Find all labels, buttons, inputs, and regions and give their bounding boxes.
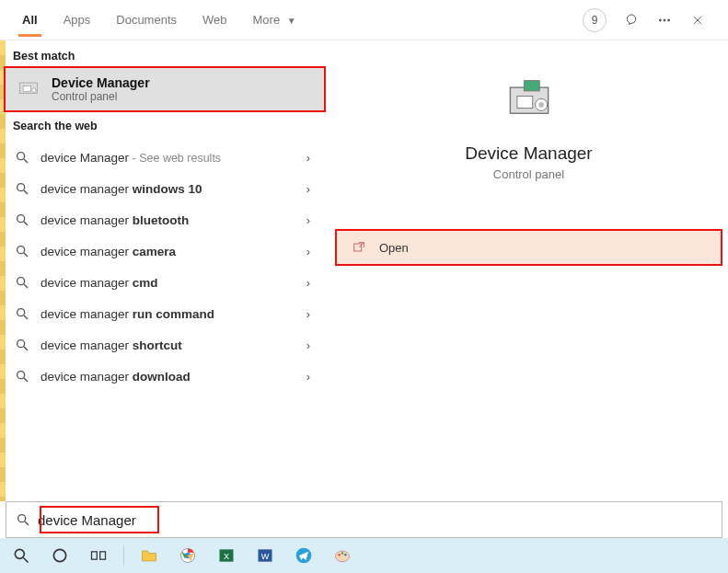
- web-result-item[interactable]: device manager shortcut›: [0, 329, 329, 361]
- chevron-right-icon: ›: [302, 276, 315, 290]
- svg-point-7: [32, 88, 37, 93]
- search-icon: [15, 212, 29, 227]
- svg-point-22: [17, 372, 25, 379]
- taskbar-telegram-icon[interactable]: [288, 542, 319, 569]
- svg-point-28: [538, 102, 544, 108]
- search-icon: [15, 244, 29, 258]
- svg-rect-6: [23, 86, 30, 92]
- detail-panel: Device Manager Control panel Open: [329, 40, 728, 501]
- svg-line-23: [24, 378, 28, 382]
- open-icon: [352, 240, 366, 255]
- tab-more[interactable]: More ▼: [240, 4, 309, 36]
- tab-all[interactable]: All: [9, 4, 51, 36]
- svg-line-32: [25, 521, 29, 525]
- best-match-label: Best match: [0, 40, 329, 68]
- svg-point-35: [53, 549, 65, 561]
- taskbar-cortana-icon[interactable]: [44, 542, 75, 569]
- web-result-text: device manager download: [40, 370, 302, 384]
- tab-documents[interactable]: Documents: [103, 4, 190, 36]
- svg-point-46: [338, 554, 341, 556]
- svg-point-47: [341, 552, 344, 555]
- taskbar-word-icon[interactable]: W: [249, 542, 281, 569]
- device-manager-icon: [15, 75, 42, 103]
- svg-rect-25: [524, 81, 539, 91]
- svg-line-21: [24, 347, 28, 350]
- more-options-icon[interactable]: [653, 8, 676, 32]
- taskbar-paint-icon[interactable]: [327, 542, 358, 569]
- web-result-item[interactable]: device Manager - See web results›: [0, 142, 329, 173]
- taskbar-taskview-icon[interactable]: [83, 542, 114, 569]
- svg-point-16: [17, 278, 25, 285]
- chevron-right-icon: ›: [302, 182, 315, 196]
- chevron-right-icon: ›: [302, 370, 315, 384]
- search-icon: [15, 275, 29, 290]
- svg-point-48: [344, 554, 347, 556]
- svg-point-0: [659, 19, 661, 21]
- web-result-item[interactable]: device manager windows 10›: [0, 173, 329, 204]
- web-result-text: device manager bluetooth: [40, 213, 302, 227]
- search-icon: [15, 150, 29, 165]
- chevron-right-icon: ›: [302, 338, 315, 352]
- chevron-right-icon: ›: [302, 307, 315, 321]
- web-result-text: device manager windows 10: [40, 182, 302, 196]
- svg-line-9: [24, 159, 28, 163]
- search-icon: [15, 369, 29, 384]
- tab-apps[interactable]: Apps: [51, 4, 104, 36]
- feedback-icon[interactable]: [619, 8, 643, 32]
- taskbar: X W: [0, 538, 728, 573]
- svg-rect-26: [516, 97, 532, 109]
- taskbar-search-icon[interactable]: [6, 542, 37, 569]
- svg-point-20: [17, 340, 25, 348]
- web-results-list: device Manager - See web results›device …: [0, 138, 329, 392]
- search-filter-tabs: All Apps Documents Web More ▼ 9: [0, 0, 728, 40]
- open-action[interactable]: Open: [335, 229, 722, 266]
- best-match-result[interactable]: Device Manager Control panel: [6, 68, 324, 110]
- detail-title: Device Manager: [329, 143, 728, 164]
- svg-point-1: [664, 19, 665, 21]
- web-result-item[interactable]: device manager run command›: [0, 298, 329, 329]
- svg-rect-37: [100, 552, 106, 559]
- tab-web[interactable]: Web: [190, 4, 240, 36]
- open-label: Open: [379, 241, 409, 255]
- svg-text:X: X: [224, 552, 229, 561]
- svg-line-34: [24, 558, 29, 563]
- close-icon[interactable]: [686, 8, 710, 32]
- search-icon: [15, 306, 29, 321]
- rewards-badge[interactable]: 9: [583, 8, 607, 32]
- web-result-item[interactable]: device manager camera›: [0, 235, 329, 267]
- web-result-item[interactable]: device manager download›: [0, 361, 329, 392]
- detail-subtitle: Control panel: [329, 167, 728, 181]
- svg-point-12: [17, 215, 25, 223]
- svg-line-11: [24, 190, 28, 194]
- svg-line-17: [24, 284, 28, 288]
- chevron-down-icon: ▼: [287, 16, 296, 26]
- svg-point-33: [15, 549, 24, 558]
- web-result-item[interactable]: device manager bluetooth›: [0, 204, 329, 235]
- search-input[interactable]: [38, 512, 712, 528]
- svg-line-13: [24, 222, 28, 225]
- search-icon: [16, 512, 30, 527]
- chevron-right-icon: ›: [302, 213, 315, 227]
- web-result-text: device manager cmd: [40, 276, 302, 290]
- taskbar-excel-icon[interactable]: X: [211, 542, 242, 569]
- svg-point-31: [18, 515, 26, 522]
- web-result-text: device manager shortcut: [40, 338, 302, 352]
- svg-point-10: [17, 184, 25, 191]
- taskbar-chrome-icon[interactable]: [172, 542, 203, 569]
- tab-more-label: More: [253, 13, 281, 27]
- taskbar-separator: [123, 545, 124, 566]
- web-result-item[interactable]: device manager cmd›: [0, 267, 329, 298]
- svg-point-14: [17, 246, 25, 254]
- search-web-label: Search the web: [0, 110, 329, 138]
- search-icon: [15, 181, 29, 196]
- svg-point-8: [17, 153, 25, 160]
- svg-line-15: [24, 253, 28, 257]
- chevron-right-icon: ›: [302, 245, 315, 258]
- search-icon: [15, 338, 29, 352]
- device-manager-large-icon: [502, 75, 557, 131]
- results-panel: Best match Device Manager Control panel …: [0, 40, 329, 501]
- best-match-subtitle: Control panel: [52, 90, 150, 103]
- search-bar[interactable]: [6, 501, 722, 538]
- taskbar-file-explorer-icon[interactable]: [133, 542, 165, 569]
- web-result-text: device Manager - See web results: [40, 151, 302, 165]
